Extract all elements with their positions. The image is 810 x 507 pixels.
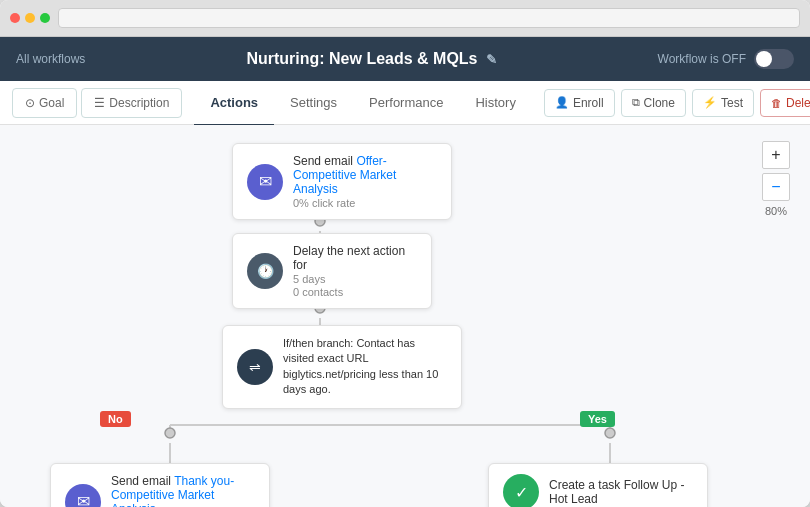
email-node-1[interactable]: ✉ Send email Offer- Competitive Market A… [232, 143, 452, 220]
tab-performance[interactable]: Performance [353, 82, 459, 126]
delay-icon: 🕐 [247, 253, 283, 289]
tab-bar: ⊙ Goal ☰ Description Actions Settings Pe… [0, 81, 810, 125]
browser-chrome [0, 0, 810, 37]
edit-icon[interactable]: ✎ [486, 52, 497, 67]
email-node-2[interactable]: ✉ Send email Thank you- Competitive Mark… [50, 463, 270, 507]
clone-icon: ⧉ [632, 96, 640, 109]
description-label: Description [109, 96, 169, 110]
dot-yellow[interactable] [25, 13, 35, 23]
email-node-1-text: Send email Offer- Competitive Market Ana… [293, 154, 437, 209]
zoom-in-button[interactable]: + [762, 141, 790, 169]
delay-sub2: 0 contacts [293, 286, 417, 298]
email-icon-2: ✉ [65, 484, 101, 508]
task-icon: ✓ [503, 474, 539, 507]
enroll-icon: 👤 [555, 96, 569, 109]
description-icon: ☰ [94, 96, 105, 110]
tab-history[interactable]: History [459, 82, 531, 126]
branch-icon: ⇌ [237, 349, 273, 385]
delay-title: Delay the next action for [293, 244, 417, 272]
browser-dots [10, 13, 50, 23]
toggle-knob [756, 51, 772, 67]
branch-node[interactable]: ⇌ If/then branch: Contact has visited ex… [222, 325, 462, 409]
enroll-label: Enroll [573, 96, 604, 110]
email-node-2-title: Send email Thank you- Competitive Market… [111, 474, 255, 507]
test-button[interactable]: ⚡ Test [692, 89, 754, 117]
goal-button[interactable]: ⊙ Goal [12, 88, 77, 118]
email-node-2-prefix: Send email [111, 474, 174, 488]
goal-label: Goal [39, 96, 64, 110]
branch-node-text: If/then branch: Contact has visited exac… [283, 336, 447, 398]
tab-nav: Actions Settings Performance History [194, 81, 532, 125]
email-icon-1: ✉ [247, 164, 283, 200]
dot-red[interactable] [10, 13, 20, 23]
branch-title: If/then branch: Contact has visited exac… [283, 336, 447, 398]
test-label: Test [721, 96, 743, 110]
workflow-title: Nurturing: New Leads & MQLs ✎ [85, 50, 657, 68]
delete-button[interactable]: 🗑 Delete [760, 89, 810, 117]
description-button[interactable]: ☰ Description [81, 88, 182, 118]
address-bar[interactable] [58, 8, 800, 28]
zoom-level: 80% [765, 205, 787, 217]
clone-label: Clone [644, 96, 675, 110]
svg-point-7 [165, 428, 175, 438]
delete-label: Delete [786, 96, 810, 110]
dot-green[interactable] [40, 13, 50, 23]
enroll-button[interactable]: 👤 Enroll [544, 89, 615, 117]
workflow-status-area: Workflow is OFF [658, 49, 794, 69]
workflow-status-text: Workflow is OFF [658, 52, 746, 66]
delete-icon: 🗑 [771, 97, 782, 109]
email-node-1-title: Send email Offer- Competitive Market Ana… [293, 154, 437, 196]
test-icon: ⚡ [703, 96, 717, 109]
branch-no-label: No [100, 411, 131, 427]
email-node-1-prefix: Send email [293, 154, 356, 168]
tab-actions-group: 👤 Enroll ⧉ Clone ⚡ Test 🗑 Delete [544, 89, 810, 117]
main-content: ✉ Send email Offer- Competitive Market A… [0, 125, 810, 507]
workflow-canvas[interactable]: ✉ Send email Offer- Competitive Market A… [0, 125, 810, 507]
task-title: Create a task Follow Up - Hot Lead [549, 478, 693, 506]
task-node[interactable]: ✓ Create a task Follow Up - Hot Lead [488, 463, 708, 507]
zoom-controls: + − 80% [762, 141, 790, 217]
branch-yes-label: Yes [580, 411, 615, 427]
browser-window: All workflows Nurturing: New Leads & MQL… [0, 0, 810, 507]
email-node-1-sub: 0% click rate [293, 197, 437, 209]
back-link[interactable]: All workflows [16, 52, 85, 66]
zoom-out-button[interactable]: − [762, 173, 790, 201]
clone-button[interactable]: ⧉ Clone [621, 89, 686, 117]
workflow-title-text: Nurturing: New Leads & MQLs [246, 50, 477, 68]
delay-node-text: Delay the next action for 5 days 0 conta… [293, 244, 417, 298]
delay-sub1: 5 days [293, 273, 417, 285]
email-node-2-text: Send email Thank you- Competitive Market… [111, 474, 255, 507]
tab-actions[interactable]: Actions [194, 82, 274, 126]
delay-node[interactable]: 🕐 Delay the next action for 5 days 0 con… [232, 233, 432, 309]
task-node-text: Create a task Follow Up - Hot Lead [549, 478, 693, 506]
workflow-toggle[interactable] [754, 49, 794, 69]
tab-settings[interactable]: Settings [274, 82, 353, 126]
goal-icon: ⊙ [25, 96, 35, 110]
top-nav: All workflows Nurturing: New Leads & MQL… [0, 37, 810, 81]
svg-point-10 [605, 428, 615, 438]
